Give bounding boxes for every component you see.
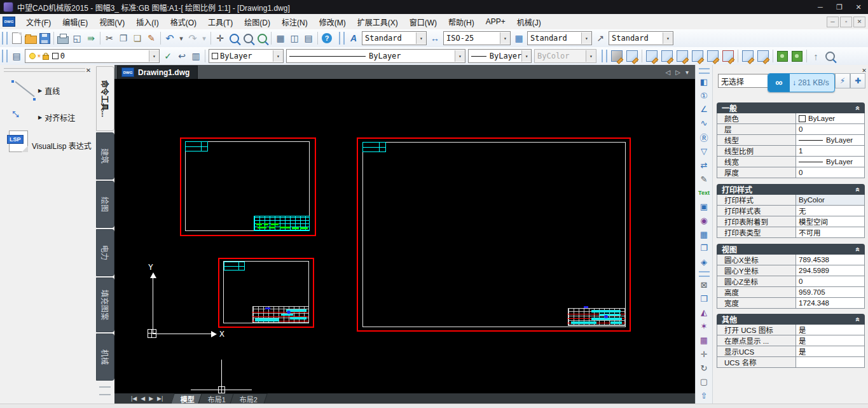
collapse-icon[interactable]: » xyxy=(853,106,862,110)
text-tool-icon[interactable]: Text xyxy=(698,186,711,199)
drawing-canvas[interactable]: Y X xyxy=(114,79,695,393)
edit-dim-text-icon[interactable] xyxy=(660,50,674,62)
layer-states-icon[interactable]: ▥ xyxy=(189,50,202,62)
menu-tools[interactable]: 工具(T) xyxy=(202,14,238,29)
chevron-down-icon[interactable]: ▾ xyxy=(149,50,159,62)
collapse-icon[interactable]: » xyxy=(853,187,862,192)
next-tab-icon[interactable]: ▶ xyxy=(149,395,153,402)
property-value[interactable]: 是 xyxy=(796,325,864,335)
property-value[interactable]: ByLayer xyxy=(796,113,864,123)
dim-style-check-icon[interactable] xyxy=(721,50,735,62)
line-tool-icon[interactable] xyxy=(11,80,33,99)
network-speed-overlay[interactable]: ∞ ↓ 281 KB/s xyxy=(768,73,835,92)
eraser-icon[interactable]: ⊠ xyxy=(698,279,711,291)
aligned-dimension-icon[interactable]: ↔ xyxy=(10,104,33,125)
property-value[interactable]: ByLayer xyxy=(796,157,864,167)
menu-window[interactable]: 窗口(W) xyxy=(404,14,443,29)
mech-tools-icon[interactable] xyxy=(610,50,624,62)
fields-icon[interactable]: ◫ xyxy=(288,32,301,45)
print-preview-icon[interactable]: ◱ xyxy=(71,32,83,45)
upload-icon[interactable]: ⇧ xyxy=(698,390,711,402)
insert-block-icon[interactable]: ❒ xyxy=(698,293,711,305)
edit-block-icon[interactable] xyxy=(706,50,720,62)
cut-icon[interactable]: ✂ xyxy=(103,32,116,45)
chevron-down-icon[interactable]: ▾ xyxy=(455,50,465,62)
close-button[interactable]: ✕ xyxy=(849,0,868,14)
property-value[interactable]: 是 xyxy=(796,335,864,346)
menu-edit[interactable]: 编辑(E) xyxy=(57,14,93,29)
collapse-icon[interactable]: » xyxy=(853,317,862,321)
strip-grip[interactable] xyxy=(99,386,111,395)
tolerance-stamp-icon[interactable]: ✶ xyxy=(698,320,711,332)
section-view-header[interactable]: 视图 » xyxy=(717,244,865,255)
quick-calc-icon[interactable]: ▦ xyxy=(274,32,287,45)
help-icon[interactable]: ? xyxy=(320,32,333,45)
menu-view[interactable]: 视图(V) xyxy=(93,14,130,29)
move-icon[interactable]: ✛ xyxy=(698,348,711,360)
menu-insert[interactable]: 插入(I) xyxy=(130,14,164,29)
maximize-button[interactable]: ❐ xyxy=(830,0,849,14)
menu-mechanical[interactable]: 机械(J) xyxy=(511,14,547,29)
tab-hatch-patterns[interactable]: 填充图案 xyxy=(96,278,114,332)
menu-app-plus[interactable]: APP+ xyxy=(480,14,511,29)
rotate-icon[interactable]: ↻ xyxy=(698,362,711,374)
menu-express[interactable]: 扩展工具(X) xyxy=(352,14,404,29)
radius-mark-icon[interactable]: Ⓡ xyxy=(698,131,711,143)
print-icon[interactable] xyxy=(57,32,69,45)
save-icon[interactable] xyxy=(38,32,51,45)
table-cells-icon[interactable] xyxy=(756,50,770,62)
property-value[interactable]: 0 xyxy=(796,167,864,178)
property-value[interactable]: ByColor xyxy=(796,195,864,205)
menu-help[interactable]: 帮助(H) xyxy=(443,14,480,29)
menu-file[interactable]: 文件(F) xyxy=(20,14,57,29)
palette-grip[interactable] xyxy=(4,68,85,72)
sheet-set-icon[interactable]: ▤ xyxy=(302,32,315,45)
menu-modify[interactable]: 修改(M) xyxy=(313,14,352,29)
toggle-pickadd-button[interactable]: ✚ xyxy=(850,73,865,88)
symbol-sheet-icon[interactable]: ◧ xyxy=(698,76,711,88)
tab-layout2[interactable]: 布局2 xyxy=(230,393,268,404)
layer-manager-icon[interactable]: ▤ xyxy=(10,50,23,62)
line-tool-item[interactable]: ▶ 直线 xyxy=(38,85,60,96)
visuallisp-icon[interactable]: LSP xyxy=(9,130,28,152)
property-value[interactable]: 959.705 xyxy=(796,287,864,297)
tab-command-tools[interactable]: 命令工具... xyxy=(96,66,114,131)
lineweight-combo[interactable]: ByLayer ▾ xyxy=(468,49,532,63)
palette-close-icon[interactable]: ✕ xyxy=(84,66,93,74)
visuallisp-item[interactable]: VisualLisp 表达式 xyxy=(32,140,92,151)
property-value[interactable]: 0 xyxy=(796,276,864,286)
redo-icon[interactable]: ↷ xyxy=(186,32,199,45)
edit-annotation-icon[interactable] xyxy=(691,50,705,62)
open-icon[interactable] xyxy=(24,32,37,45)
mdi-close-button[interactable]: ✕ xyxy=(853,17,865,27)
linetype-combo[interactable]: ByLayer ▾ xyxy=(286,49,465,63)
tab-scroll-right-icon[interactable]: ▷ xyxy=(675,69,680,76)
chevron-down-icon[interactable]: ▾ xyxy=(500,32,510,44)
publish-up-icon[interactable]: ↑ xyxy=(809,50,822,62)
toolbar-grip[interactable] xyxy=(699,68,710,74)
publish-icon[interactable]: ⇛ xyxy=(85,32,97,45)
property-value[interactable]: ByLayer xyxy=(796,135,864,145)
zoom-realtime-icon[interactable] xyxy=(228,32,240,45)
toolbar-grip[interactable] xyxy=(2,50,8,62)
toolbar-grip[interactable] xyxy=(699,271,710,277)
toolbar-grip[interactable] xyxy=(602,50,607,62)
tab-drawing[interactable]: 绘图 xyxy=(96,181,114,228)
property-value[interactable]: 无 xyxy=(796,206,864,216)
property-value[interactable]: 是 xyxy=(796,346,864,356)
text-style-combo[interactable]: Standard ▾ xyxy=(362,31,427,45)
new-icon[interactable] xyxy=(10,32,23,45)
table-edit-icon[interactable] xyxy=(741,50,755,62)
section-plot-style-header[interactable]: 打印样式 » xyxy=(717,184,865,195)
mdi-restore-button[interactable]: ▫ xyxy=(840,17,852,27)
block-sync-icon[interactable] xyxy=(790,50,804,62)
aligned-dimension-item[interactable]: ▶ 对齐标注 xyxy=(38,112,75,123)
property-value[interactable]: 0 xyxy=(796,124,864,134)
standards-check-icon[interactable] xyxy=(625,50,639,62)
tab-drawing1[interactable]: DWG Drawing1.dwg xyxy=(117,66,198,79)
first-tab-icon[interactable]: |◀ xyxy=(131,395,137,402)
section-line-icon[interactable]: ⇄ xyxy=(698,159,711,171)
tab-architecture[interactable]: 建筑 xyxy=(96,132,114,179)
select-objects-button[interactable]: ⚡ xyxy=(835,73,850,88)
datum-icon[interactable]: ∠ xyxy=(698,104,711,116)
